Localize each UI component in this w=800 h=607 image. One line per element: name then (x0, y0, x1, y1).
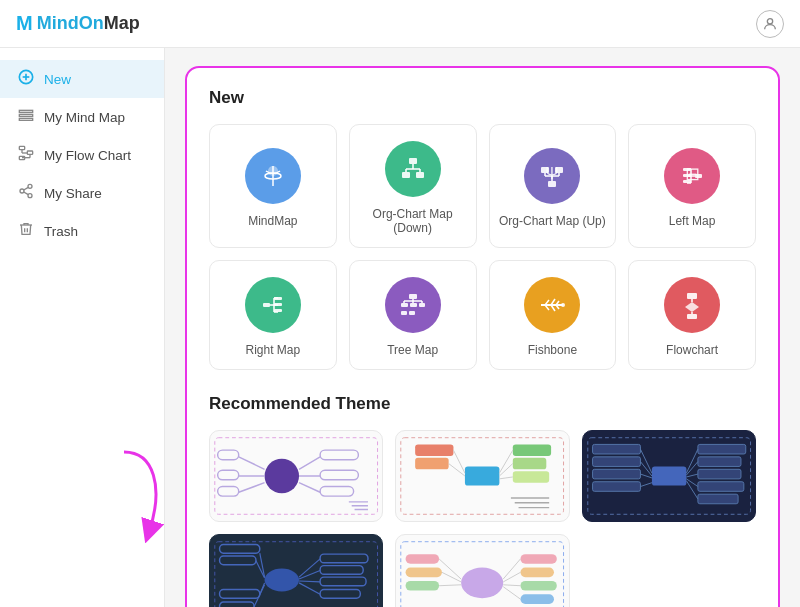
svg-line-165 (504, 585, 521, 586)
theme-1-preview (210, 431, 382, 521)
svg-rect-94 (320, 487, 354, 497)
theme-card-4[interactable] (209, 534, 383, 607)
svg-rect-8 (27, 151, 32, 154)
map-card-orgup[interactable]: Ψ Org-Chart Map (Up) (489, 124, 617, 248)
svg-rect-137 (220, 590, 260, 599)
svg-line-89 (299, 457, 320, 469)
svg-rect-125 (698, 469, 741, 479)
svg-line-109 (500, 477, 513, 479)
trash-icon (18, 221, 34, 241)
svg-line-132 (686, 481, 697, 499)
svg-line-150 (299, 583, 320, 594)
orgup-label: Org-Chart Map (Up) (499, 214, 606, 228)
svg-rect-58 (401, 303, 408, 307)
svg-rect-4 (19, 110, 32, 112)
map-card-rightmap[interactable]: Right Map (209, 260, 337, 370)
svg-rect-6 (19, 118, 32, 120)
svg-line-142 (254, 585, 265, 607)
arrow-annotation (94, 447, 174, 547)
new-icon (18, 69, 34, 89)
sidebar-item-my-mind-map[interactable]: My Mind Map (0, 98, 164, 136)
sidebar-item-my-share[interactable]: My Share (0, 174, 164, 212)
svg-line-122 (640, 483, 651, 487)
my-flow-chart-icon (18, 145, 34, 165)
main-layout: New My Mind Map My Flow Chart My Share T (0, 48, 800, 607)
sidebar-item-trash[interactable]: Trash (0, 212, 164, 250)
svg-point-16 (28, 194, 32, 198)
fishbone-label: Fishbone (528, 343, 577, 357)
svg-point-75 (561, 303, 565, 307)
svg-rect-160 (521, 568, 555, 578)
map-card-leftmap[interactable]: ⊟ Left Map (628, 124, 756, 248)
theme-card-3[interactable] (582, 430, 756, 522)
svg-rect-123 (698, 444, 746, 454)
theme-card-5[interactable] (395, 534, 569, 607)
flowchart-icon-circle (664, 277, 720, 333)
sidebar-item-my-flow-chart[interactable]: My Flow Chart (0, 136, 164, 174)
svg-line-157 (442, 572, 461, 582)
svg-line-103 (449, 464, 465, 476)
svg-line-158 (439, 585, 461, 586)
svg-rect-143 (320, 554, 368, 563)
svg-rect-138 (220, 602, 254, 607)
sidebar-item-new[interactable]: New (0, 60, 164, 98)
svg-rect-105 (513, 458, 547, 469)
svg-rect-114 (652, 466, 686, 485)
svg-rect-146 (320, 590, 360, 599)
svg-rect-48 (263, 303, 270, 307)
svg-marker-77 (685, 302, 699, 312)
logo-text: MindOnMap (37, 13, 140, 34)
fishbone-icon-circle (524, 277, 580, 333)
svg-line-129 (686, 462, 697, 475)
map-card-mindmap[interactable]: MindMap (209, 124, 337, 248)
svg-rect-161 (521, 581, 557, 591)
sidebar: New My Mind Map My Flow Chart My Share T (0, 48, 165, 607)
sidebar-item-new-label: New (44, 72, 71, 87)
svg-line-93 (299, 483, 320, 493)
svg-point-0 (767, 18, 772, 23)
section-new-title: New (209, 88, 756, 108)
svg-rect-104 (513, 444, 551, 455)
svg-rect-135 (220, 545, 260, 554)
svg-rect-162 (521, 594, 555, 604)
map-card-treemap[interactable]: Tree Map (349, 260, 477, 370)
treemap-icon-circle (385, 277, 441, 333)
svg-rect-145 (320, 577, 366, 586)
theme-2-preview (396, 431, 568, 521)
svg-rect-118 (592, 482, 640, 492)
theme-card-2[interactable] (395, 430, 569, 522)
svg-point-14 (28, 184, 32, 188)
svg-rect-153 (406, 554, 440, 564)
svg-rect-61 (401, 311, 407, 315)
sidebar-item-my-share-label: My Share (44, 186, 102, 201)
flowchart-svg-icon (677, 290, 707, 320)
svg-rect-78 (687, 314, 697, 319)
svg-line-17 (24, 192, 29, 195)
svg-rect-124 (698, 457, 741, 467)
svg-rect-159 (521, 554, 557, 564)
svg-rect-76 (687, 293, 697, 299)
leftmap-svg-icon: ⊟ (677, 161, 707, 191)
svg-line-128 (686, 449, 697, 473)
map-card-orgdown[interactable]: Org-Chart Map (Down) (349, 124, 477, 248)
theme-4-preview (210, 535, 382, 607)
svg-rect-116 (592, 457, 640, 467)
svg-rect-23 (402, 172, 410, 178)
theme-card-1[interactable] (209, 430, 383, 522)
svg-rect-24 (416, 172, 424, 178)
svg-point-82 (265, 459, 299, 493)
user-avatar-icon[interactable] (756, 10, 784, 38)
mindmap-svg-icon (258, 161, 288, 191)
mindmap-icon-circle (245, 148, 301, 204)
leftmap-icon-circle: ⊟ (664, 148, 720, 204)
map-card-fishbone[interactable]: Fishbone (489, 260, 617, 370)
rightmap-icon-circle (245, 277, 301, 333)
orgdown-svg-icon (398, 154, 428, 184)
svg-rect-88 (218, 487, 239, 497)
svg-rect-106 (513, 471, 549, 482)
svg-rect-22 (409, 158, 417, 164)
logo[interactable]: M MindOnMap (16, 12, 140, 35)
sidebar-item-trash-label: Trash (44, 224, 78, 239)
svg-rect-154 (406, 568, 442, 578)
map-card-flowchart[interactable]: Flowchart (628, 260, 756, 370)
